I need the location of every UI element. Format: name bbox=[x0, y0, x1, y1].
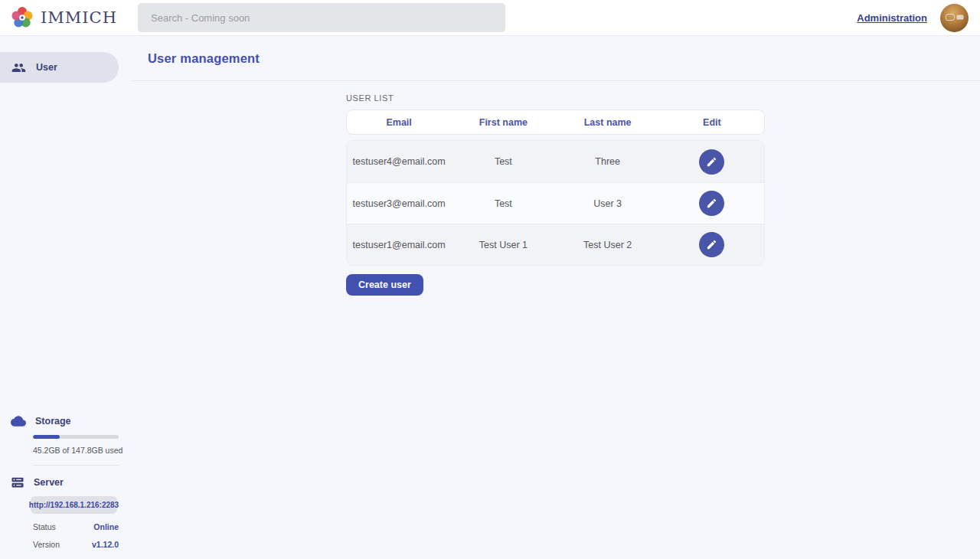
pencil-icon bbox=[706, 239, 717, 250]
table-row: testuser4@email.com Test Three bbox=[347, 141, 764, 182]
cell-last-name: Three bbox=[556, 156, 660, 167]
logo-wordmark: IMMICH bbox=[41, 8, 117, 27]
cell-first-name: Test bbox=[451, 156, 555, 167]
header-email: Email bbox=[347, 117, 451, 128]
topbar-right: Administration bbox=[857, 0, 969, 36]
edit-user-button[interactable] bbox=[699, 232, 724, 257]
cell-first-name: Test User 1 bbox=[451, 240, 555, 250]
server-url-chip: http://192.168.1.216:2283 bbox=[31, 496, 117, 514]
search-input[interactable] bbox=[138, 3, 505, 32]
immich-logo: IMMICH bbox=[0, 5, 117, 30]
pencil-icon bbox=[706, 198, 717, 209]
storage-section-header: Storage bbox=[11, 414, 131, 429]
cell-last-name: User 3 bbox=[556, 198, 660, 209]
administration-link[interactable]: Administration bbox=[857, 12, 927, 24]
header-first-name: First name bbox=[451, 117, 555, 128]
table-row: testuser3@email.com Test User 3 bbox=[347, 182, 764, 224]
cloud-icon bbox=[11, 414, 26, 429]
top-bar: IMMICH Administration bbox=[0, 0, 980, 36]
cell-email: testuser4@email.com bbox=[347, 156, 451, 167]
main-panel: User management USER LIST Email First na… bbox=[131, 36, 980, 559]
users-icon bbox=[11, 60, 26, 75]
cell-email: testuser1@email.com bbox=[347, 240, 451, 250]
storage-details: 45.2GB of 147.8GB used bbox=[33, 435, 119, 455]
cell-last-name: Test User 2 bbox=[556, 240, 660, 250]
status-value: Online bbox=[93, 522, 119, 531]
sidebar: User Storage 45.2GB of 147.8GB used bbox=[0, 36, 131, 559]
page-title: User management bbox=[148, 51, 260, 66]
edit-user-button[interactable] bbox=[699, 149, 724, 175]
server-icon bbox=[11, 476, 24, 489]
version-label: Version bbox=[33, 540, 60, 549]
user-list-section: USER LIST Email First name Last name Edi… bbox=[346, 93, 765, 296]
storage-title: Storage bbox=[35, 416, 71, 427]
sidebar-footer: Storage 45.2GB of 147.8GB used bbox=[0, 414, 131, 559]
sidebar-item-user[interactable]: User bbox=[0, 52, 119, 83]
immich-flower-icon bbox=[10, 5, 34, 30]
page-title-bar: User management bbox=[131, 36, 980, 81]
sidebar-item-user-label: User bbox=[36, 62, 57, 73]
user-list-label: USER LIST bbox=[346, 93, 765, 103]
immich-app: IMMICH Administration User bbox=[0, 0, 980, 559]
edit-user-button[interactable] bbox=[699, 191, 724, 216]
user-table-header: Email First name Last name Edit bbox=[346, 110, 765, 135]
server-title: Server bbox=[34, 477, 64, 488]
server-section-header: Server bbox=[11, 476, 131, 489]
cell-first-name: Test bbox=[451, 198, 555, 209]
header-edit: Edit bbox=[660, 117, 764, 128]
content-area: User Storage 45.2GB of 147.8GB used bbox=[0, 36, 980, 559]
server-version-row: Version v1.12.0 bbox=[33, 540, 119, 549]
create-user-button[interactable]: Create user bbox=[346, 274, 423, 296]
server-status-row: Status Online bbox=[33, 522, 119, 531]
table-row: testuser1@email.com Test User 1 Test Use… bbox=[347, 224, 764, 265]
sidebar-divider bbox=[33, 465, 119, 466]
storage-progress-bar bbox=[33, 435, 119, 439]
storage-progress-fill bbox=[33, 435, 60, 439]
user-table-body: testuser4@email.com Test Three t bbox=[346, 140, 765, 266]
user-avatar[interactable] bbox=[940, 4, 969, 32]
cell-email: testuser3@email.com bbox=[347, 198, 451, 209]
pencil-icon bbox=[706, 156, 717, 168]
header-last-name: Last name bbox=[556, 117, 660, 128]
status-label: Status bbox=[33, 522, 56, 531]
storage-usage-text: 45.2GB of 147.8GB used bbox=[33, 446, 119, 455]
version-value: v1.12.0 bbox=[92, 540, 119, 549]
